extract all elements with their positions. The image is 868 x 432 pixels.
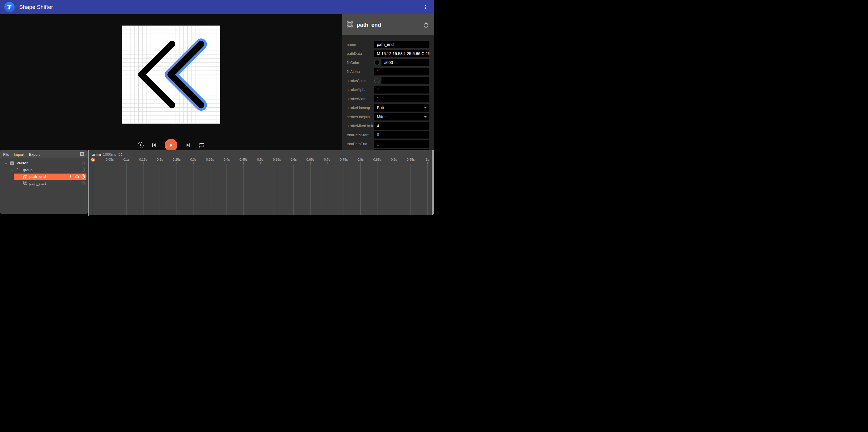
property-row-trimPathEnd: trimPathEnd1 (347, 140, 429, 148)
play-button[interactable] (165, 139, 177, 152)
kebab-icon[interactable] (68, 174, 73, 179)
tick-mark (377, 162, 377, 164)
property-input-trimPathEnd[interactable]: 1 (374, 140, 429, 148)
add-layer-icon[interactable] (80, 152, 85, 157)
property-input-strokeMiterLimit[interactable]: 4 (374, 122, 429, 130)
inspector-properties: namepath_endpathDataM 15.12 15.53 L 25 5… (342, 35, 434, 150)
property-row-strokeAlpha: strokeAlpha1 (347, 86, 429, 94)
layer-row-group[interactable]: group (0, 167, 88, 173)
property-value-fillAlpha: 1 (377, 69, 379, 74)
property-input-name[interactable]: path_end (374, 41, 429, 48)
property-label-trimPathEnd: trimPathEnd (347, 142, 374, 146)
dropdown-caret-icon (424, 107, 427, 108)
property-input-pathData[interactable]: M 15.12 15.53 L 25 5.66 C 25 (374, 50, 429, 57)
stopwatch-icon[interactable] (423, 22, 429, 28)
property-row-strokeLinejoin: strokeLinejoinMiter (347, 113, 429, 121)
tick-label-0.8s: 0.8s (354, 158, 367, 161)
timeline-gridline (243, 164, 244, 215)
layer-name: group (23, 168, 32, 172)
shape-shifter-app: Shape Shifter (0, 0, 434, 216)
tick-label-0.6s: 0.6s (287, 158, 300, 161)
skip-next-button[interactable] (185, 142, 192, 148)
strokeColor-swatch[interactable] (374, 78, 379, 83)
property-input-fillColor[interactable]: #000 (381, 59, 429, 66)
stopwatch-icon[interactable] (81, 174, 86, 179)
property-row-strokeMiterLimit: strokeMiterLimit4 (347, 122, 429, 130)
property-inspector: path_end namepath_endpathDataM 15.12 15.… (342, 14, 434, 150)
timeline-gridline (394, 164, 394, 215)
tick-label-0.65s: 0.65s (304, 158, 317, 161)
stopwatch-icon[interactable] (81, 168, 86, 172)
tick-mark (361, 162, 361, 164)
app-bar: Shape Shifter (0, 0, 434, 14)
tick-mark (411, 162, 411, 164)
layer-row-path_start[interactable]: path_start (0, 180, 88, 187)
property-input-strokeColor[interactable] (381, 77, 429, 84)
property-select-strokeLinecap[interactable]: Butt (374, 104, 429, 111)
expand-timeline-icon[interactable] (118, 153, 122, 157)
property-row-strokeWidth: strokeWidth1 (347, 95, 429, 102)
menu-file[interactable]: File (1, 152, 11, 157)
property-label-strokeWidth: strokeWidth (347, 97, 374, 101)
tick-label-0.5s: 0.5s (254, 158, 267, 161)
skip-previous-button[interactable] (150, 142, 157, 148)
tick-label-0.45s: 0.45s (237, 158, 250, 161)
stopwatch-icon[interactable] (81, 161, 86, 166)
tick-label-0.75s: 0.75s (338, 158, 350, 161)
animation-duration[interactable]: 1000ms (103, 152, 116, 157)
property-select-strokeLinejoin[interactable]: Miter (374, 113, 429, 121)
timeline-gridline (410, 164, 411, 215)
tick-label-0.15s: 0.15s (137, 158, 150, 161)
repeat-button[interactable] (198, 142, 205, 148)
collapse-chevron-icon[interactable] (10, 168, 14, 172)
property-label-name: name (347, 42, 374, 47)
tick-mark (293, 162, 294, 164)
layer-tree: vectorgrouppath_endpath_start (0, 158, 88, 214)
property-value-fillColor: #000 (384, 60, 393, 65)
group-layer-icon (16, 168, 21, 172)
menu-export[interactable]: Export (27, 152, 42, 157)
bottom-area: FileImportExport vectorgrouppath_endpath… (0, 150, 434, 216)
property-input-strokeAlpha[interactable]: 1 (374, 86, 429, 94)
timeline-gridline (310, 164, 311, 215)
property-row-strokeLinecap: strokeLinecapButt (347, 104, 429, 111)
tick-mark (310, 162, 311, 164)
property-value-trimPathEnd: 1 (377, 142, 379, 146)
property-label-fillAlpha: fillAlpha (347, 69, 374, 74)
timeline-scrollbar[interactable] (432, 150, 434, 215)
property-label-strokeColor: strokeColor (347, 78, 374, 83)
property-input-fillAlpha[interactable]: 1 (374, 68, 429, 75)
tick-mark (327, 162, 328, 164)
fillColor-swatch[interactable] (374, 60, 379, 65)
ruler-divider (89, 164, 434, 164)
layer-row-vector[interactable]: vector (0, 160, 88, 167)
slow-motion-button[interactable] (137, 142, 144, 148)
menu-import[interactable]: Import (11, 152, 27, 157)
property-label-strokeAlpha: strokeAlpha (347, 88, 374, 92)
tick-label-0s: 0s (89, 158, 99, 161)
property-row-trimPathStart: trimPathStart0 (347, 131, 429, 138)
timeline-gridline (226, 164, 227, 215)
layer-row-path_end[interactable]: path_end (0, 173, 88, 180)
path-layer-icon (22, 174, 27, 179)
property-value-strokeMiterLimit: 4 (377, 124, 379, 128)
stopwatch-icon[interactable] (81, 181, 86, 186)
property-row-name: namepath_end (347, 41, 429, 48)
property-input-trimPathStart[interactable]: 0 (374, 131, 429, 138)
timeline-gridline (344, 164, 344, 215)
property-value-pathData: M 15.12 15.53 L 25 5.66 C 25 (377, 51, 429, 56)
eye-icon[interactable] (74, 174, 79, 179)
timeline-gridline (193, 164, 194, 215)
property-value-strokeLinecap: Butt (377, 106, 384, 110)
tick-label-0.3s: 0.3s (187, 158, 200, 161)
property-input-strokeWidth[interactable]: 1 (374, 95, 429, 102)
timeline-gridline (427, 164, 428, 215)
overflow-menu-icon[interactable] (422, 3, 429, 11)
tick-label-0.55s: 0.55s (271, 158, 283, 161)
property-value-trimPathStart: 0 (377, 133, 379, 137)
property-value-strokeLinejoin: Miter (377, 114, 386, 119)
collapse-chevron-icon[interactable] (4, 161, 8, 165)
artwork-canvas[interactable] (122, 26, 220, 124)
playhead-line[interactable] (93, 160, 93, 215)
tick-mark (427, 162, 428, 164)
